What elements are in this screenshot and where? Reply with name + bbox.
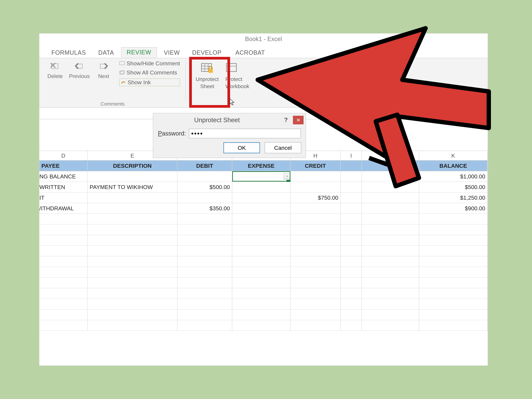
cell[interactable] [88,278,177,288]
cell[interactable] [362,310,419,320]
cell[interactable] [362,224,419,235]
cell[interactable] [39,320,88,330]
next-comment-button[interactable]: Next [94,60,114,79]
cell[interactable] [291,203,341,214]
cell[interactable] [88,214,177,224]
cell[interactable] [362,192,419,203]
cell[interactable] [232,278,291,288]
cell[interactable] [88,288,177,298]
cell[interactable] [341,192,362,203]
cell[interactable] [291,246,341,256]
cell[interactable] [341,182,362,192]
cell[interactable]: $1,250.00 [419,192,488,203]
cell[interactable] [177,310,232,320]
cell[interactable] [291,278,341,288]
col-header-D[interactable]: D [39,151,88,160]
cell[interactable] [341,171,362,182]
cell[interactable] [177,267,232,277]
show-hide-comment-button[interactable]: Show/Hide Comment [119,60,180,67]
cell[interactable] [341,224,362,235]
tab-acrobat[interactable]: ACROBAT [230,48,270,58]
cell[interactable]: $900.00 [419,203,488,214]
cell[interactable] [232,288,291,298]
cancel-button[interactable]: Cancel [265,142,301,153]
ok-button[interactable]: OK [223,142,260,153]
show-ink-button[interactable]: Show Ink [119,78,180,86]
cell[interactable] [177,214,232,224]
cell[interactable] [362,182,419,192]
cell[interactable]: $500.00 [177,182,232,192]
cell[interactable]: WRITTEN [39,182,88,192]
cell[interactable] [291,267,341,277]
cell[interactable] [362,299,419,309]
cell[interactable] [341,320,362,330]
cell[interactable] [419,299,488,309]
cell[interactable] [88,320,177,330]
cell[interactable] [39,299,88,309]
cell[interactable] [419,246,488,256]
cell[interactable] [341,278,362,288]
cell[interactable] [39,310,88,320]
cell[interactable] [177,320,232,330]
col-header-J[interactable]: J [362,151,419,160]
cell[interactable] [39,267,88,277]
cell[interactable] [419,320,488,330]
cell[interactable] [419,256,488,267]
cell[interactable]: $750.00 [291,192,341,203]
cell[interactable] [341,299,362,309]
cell[interactable] [419,224,488,235]
cell[interactable] [291,299,341,309]
cell[interactable] [177,256,232,267]
cell[interactable] [88,192,177,203]
cell[interactable] [341,288,362,298]
cell[interactable] [291,288,341,298]
unprotect-sheet-button[interactable]: Unprotect Sheet [194,60,221,90]
cell[interactable] [39,288,88,298]
cell[interactable] [88,203,177,214]
cell[interactable]: NG BALANCE [39,171,88,182]
dialog-close-button[interactable]: ✕ [293,116,304,124]
cell[interactable] [39,235,88,245]
cell[interactable] [232,214,291,224]
tab-developer[interactable]: DEVELOPER [187,48,222,58]
cell[interactable] [177,246,232,256]
cell[interactable] [88,224,177,235]
cell[interactable] [341,203,362,214]
tab-view[interactable]: VIEW [158,48,185,58]
cell[interactable] [419,278,488,288]
col-header-I[interactable]: I [341,151,362,160]
dialog-help-button[interactable]: ? [281,116,291,124]
cell[interactable] [177,235,232,245]
cell[interactable] [39,278,88,288]
protect-workbook-button[interactable]: Protect Workbook [224,60,251,90]
cell[interactable] [419,267,488,277]
cell[interactable]: $500.00 [419,182,488,192]
cell[interactable] [362,256,419,267]
cell[interactable] [291,224,341,235]
cell[interactable] [232,192,291,203]
cell[interactable] [341,246,362,256]
cell[interactable] [232,171,291,182]
cell[interactable] [341,214,362,224]
cell[interactable] [232,235,291,245]
cell[interactable]: $350.00 [177,203,232,214]
tab-data[interactable]: DATA [93,48,119,58]
cell[interactable] [341,256,362,267]
cell[interactable] [362,203,419,214]
cell[interactable] [419,214,488,224]
tab-formulas[interactable]: FORMULAS [46,48,91,58]
show-all-comments-button[interactable]: Show All Comments [119,69,180,76]
cell[interactable] [88,310,177,320]
cell[interactable] [291,214,341,224]
cell[interactable] [291,182,341,192]
cell[interactable] [362,235,419,245]
password-input[interactable] [189,129,301,138]
cell[interactable] [232,310,291,320]
cell[interactable] [362,278,419,288]
col-header-K[interactable]: K [419,151,488,160]
cell[interactable] [88,235,177,245]
cell[interactable] [341,267,362,277]
cell[interactable] [232,267,291,277]
cell[interactable] [291,256,341,267]
cell[interactable] [177,192,232,203]
